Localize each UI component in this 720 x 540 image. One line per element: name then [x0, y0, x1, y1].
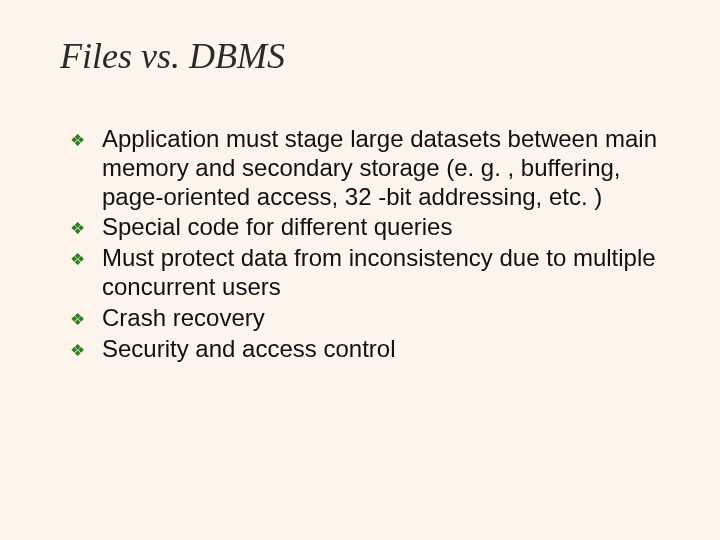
list-item-text: Must protect data from inconsistency due… — [102, 244, 656, 300]
diamond-bullet-icon: ❖ — [70, 217, 85, 241]
list-item-text: Crash recovery — [102, 304, 265, 331]
list-item: ❖ Must protect data from inconsistency d… — [70, 244, 660, 302]
list-item: ❖ Crash recovery — [70, 304, 660, 333]
slide-title: Files vs. DBMS — [60, 35, 660, 77]
diamond-bullet-icon: ❖ — [70, 308, 85, 332]
bullet-list: ❖ Application must stage large datasets … — [60, 125, 660, 363]
list-item: ❖ Security and access control — [70, 335, 660, 364]
list-item: ❖ Application must stage large datasets … — [70, 125, 660, 211]
slide: Files vs. DBMS ❖ Application must stage … — [0, 0, 720, 540]
list-item: ❖ Special code for different queries — [70, 213, 660, 242]
list-item-text: Application must stage large datasets be… — [102, 125, 657, 210]
list-item-text: Special code for different queries — [102, 213, 452, 240]
diamond-bullet-icon: ❖ — [70, 339, 85, 363]
list-item-text: Security and access control — [102, 335, 395, 362]
diamond-bullet-icon: ❖ — [70, 129, 85, 153]
diamond-bullet-icon: ❖ — [70, 248, 85, 272]
